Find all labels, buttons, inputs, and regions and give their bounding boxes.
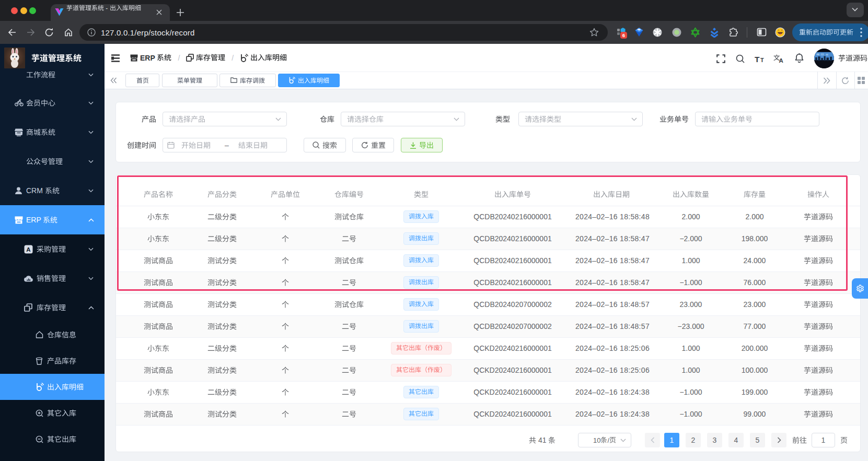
svg-text:T: T <box>755 55 760 63</box>
svg-text:A: A <box>26 246 30 252</box>
svg-text:6: 6 <box>622 32 625 38</box>
svg-text:T: T <box>760 57 764 63</box>
svg-text:A: A <box>779 57 783 63</box>
